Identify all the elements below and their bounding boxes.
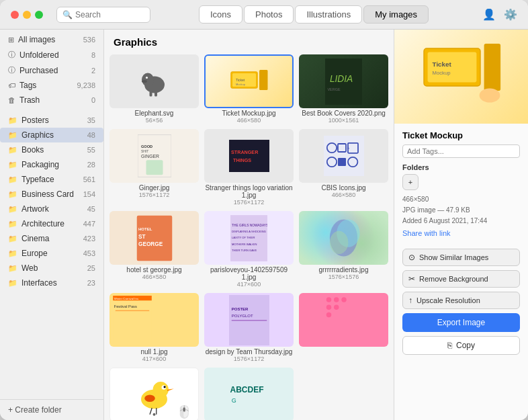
sidebar-label-books: Books (21, 145, 44, 155)
svg-text:POSTER: POSTER (231, 306, 248, 310)
detail-actions: ⊙ Show Similar Images ✂ Remove Backgroun… (394, 245, 528, 359)
tab-my-images[interactable]: My images (363, 5, 429, 24)
sidebar-item-interfaces[interactable]: 📁 Interfaces 23 (0, 276, 103, 290)
svg-text:Festival Pass: Festival Pass (114, 304, 137, 308)
sidebar-item-trash[interactable]: 🗑 Trash 0 (0, 93, 103, 108)
image-grid: Elephant.svg 56×56 TicketMockup Ticket M… (109, 54, 388, 420)
tab-photos[interactable]: Photos (244, 5, 294, 24)
tab-illustrations[interactable]: Illustrations (295, 5, 362, 24)
svg-point-66 (144, 394, 155, 401)
svg-rect-10 (259, 70, 268, 90)
grid-item-gradient[interactable]: grrrrrradients.jpg 1576×1576 (299, 211, 388, 288)
grid-item-elephant[interactable]: Elephant.svg 56×56 (109, 54, 199, 124)
sidebar-item-business-card[interactable]: 📁 Business Card 154 (0, 187, 103, 202)
grid-item-design[interactable]: POSTERPOLYGLOT design by Team Thursday.j… (204, 293, 294, 362)
svg-point-56 (334, 297, 339, 302)
svg-text:Mockup: Mockup (432, 70, 450, 76)
minimize-button[interactable] (23, 11, 31, 19)
sidebar-item-architecture[interactable]: 📁 Architecture 447 (0, 216, 103, 231)
sidebar-item-cinema[interactable]: 📁 Cinema 423 (0, 231, 103, 246)
export-button[interactable]: Export Image (402, 313, 520, 332)
gear-icon[interactable]: ⚙️ (504, 8, 517, 21)
sidebar-count-business-card: 154 (83, 190, 95, 198)
sidebar-item-packaging[interactable]: 📁 Packaging 28 (0, 157, 103, 172)
sidebar-item-unfoldered[interactable]: ⓘ Unfoldered 8 (0, 47, 103, 62)
svg-rect-49 (116, 310, 149, 311)
svg-point-44 (330, 231, 349, 254)
svg-text:VERGE: VERGE (327, 87, 341, 91)
sidebar-count-interfaces: 23 (87, 279, 95, 287)
info-icon-2: ⓘ (8, 65, 15, 75)
user-icon[interactable]: 👤 (482, 8, 496, 21)
sidebar-label-cinema: Cinema (21, 234, 49, 243)
remove-bg-button[interactable]: ✂ Remove Background (402, 270, 520, 288)
sidebar-bottom: + Create folder (0, 399, 103, 420)
thumb-stranger: STRANGERTHINGS (204, 129, 294, 183)
sidebar-item-all-images[interactable]: ⊞ All images 536 (0, 32, 103, 47)
add-folder-button[interactable]: + (402, 174, 419, 190)
folder-icon-europe: 📁 (8, 249, 17, 258)
svg-text:GOOD: GOOD (141, 144, 152, 149)
grid-item-null[interactable]: Winter Carnival Inc.Festival Pass null 1… (109, 293, 199, 362)
similar-icon: ⊙ (408, 253, 415, 262)
dims-null: 417×600 (109, 355, 199, 362)
tab-icons[interactable]: Icons (199, 5, 243, 24)
svg-text:Ticket: Ticket (432, 60, 451, 68)
folder-icon-typeface: 📁 (8, 175, 17, 184)
sidebar-item-purchased[interactable]: ⓘ Purchased 2 (0, 62, 103, 78)
svg-point-64 (163, 386, 165, 388)
grid-item-paris[interactable]: THE GIRLS NOWADAYSDISPLAYING A SHOCKINGL… (204, 211, 294, 288)
sidebar-item-artwork[interactable]: 📁 Artwork 45 (0, 202, 103, 216)
copy-button[interactable]: ⎘ Copy (402, 336, 520, 355)
svg-point-3 (146, 77, 148, 79)
close-button[interactable] (11, 11, 19, 19)
dims-hotel: 466×580 (109, 274, 199, 280)
sidebar-item-books[interactable]: 📁 Books 55 (0, 142, 103, 157)
create-folder-button[interactable]: + Create folder (8, 405, 95, 415)
maximize-button[interactable] (35, 11, 43, 19)
similar-images-button[interactable]: ⊙ Show Similar Images (402, 249, 520, 266)
thumb-elephant (109, 54, 199, 108)
sidebar-count-typeface: 561 (83, 175, 95, 183)
grid-item-pink[interactable] (299, 293, 388, 362)
sidebar-item-posters[interactable]: 📁 Posters 35 (0, 113, 103, 128)
grid-item-drag[interactable]: 🖱️ (109, 368, 199, 420)
svg-text:LAXITY OF THEIR: LAXITY OF THEIR (232, 235, 255, 239)
search-input[interactable] (75, 10, 144, 19)
meta-dims: 466×580 (402, 194, 520, 205)
sidebar-count-graphics: 48 (87, 131, 95, 139)
search-bar[interactable]: 🔍 (56, 7, 150, 23)
thumb-drag: 🖱️ (109, 368, 199, 420)
svg-text:MOTHERS WALKIN: MOTHERS WALKIN (232, 242, 257, 245)
sidebar-item-typeface[interactable]: 📁 Typeface 561 (0, 172, 103, 187)
sidebar-count-books: 55 (87, 146, 95, 154)
tags-input[interactable] (402, 144, 520, 158)
grid-item-ginger[interactable]: GOODSHITGINGER Ginger.jpg 1576×1172 (109, 129, 199, 206)
label-elephant: Elephant.svg (109, 110, 199, 117)
sidebar-count-posters: 35 (87, 116, 95, 124)
sidebar-label-trash: Trash (19, 95, 40, 105)
sidebar-section-main: ⊞ All images 536 ⓘ Unfoldered 8 ⓘ Purcha… (0, 30, 103, 110)
titlebar: 🔍 Icons Photos Illustrations My images 👤… (0, 0, 528, 30)
sidebar-item-web[interactable]: 📁 Web 25 (0, 261, 103, 276)
grid-item-hotel[interactable]: HOTELSTGEORGE hotel st george.jpg 466×58… (109, 211, 199, 288)
grid-item-abcdef[interactable]: ABCDEFG ABCDEFG poster 466×580 (204, 368, 294, 420)
grid-item-ticket[interactable]: TicketMockup Ticket Mockup.jpg 466×580 (204, 54, 294, 124)
meta-type: JPG image — 47.9 KB (402, 205, 520, 216)
grid-item-cbis[interactable]: A CBIS Icons.jpg 466×580 (299, 129, 388, 206)
sidebar-label-unfoldered: Unfoldered (19, 50, 59, 60)
upscale-button[interactable]: ↑ Upscale Resolution (402, 292, 520, 309)
share-link[interactable]: Share with link (402, 229, 451, 237)
grid-item-stranger[interactable]: STRANGERTHINGS Stranger things logo vari… (204, 129, 294, 206)
sidebar-item-europe[interactable]: 📁 Europe 453 (0, 246, 103, 261)
sidebar-item-tags[interactable]: 🏷 Tags 9,238 (0, 78, 103, 93)
dims-elephant: 56×56 (109, 117, 199, 124)
content-title: Graphics (104, 30, 394, 52)
sidebar-count-architecture: 447 (83, 220, 95, 228)
grid-item-lidia[interactable]: LIDIAVERGE Best Book Covers 2020.png 100… (299, 54, 388, 124)
sidebar-item-graphics[interactable]: 📁 Graphics 48 (0, 128, 103, 142)
folder-icon-graphics: 📁 (8, 131, 17, 140)
thumb-ticket: TicketMockup (204, 54, 294, 108)
meta-added: Added 6 August 2021, 17:44 (402, 216, 520, 226)
folder-icon-arch: 📁 (8, 220, 17, 228)
